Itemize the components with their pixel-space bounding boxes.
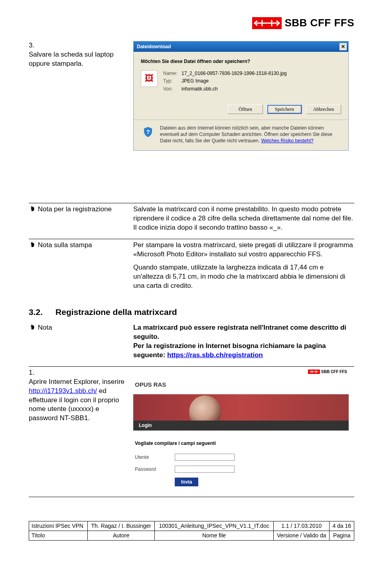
footer-filename-label: Nome file — [155, 531, 274, 540]
svg-text:?: ? — [146, 128, 150, 135]
nota-reg-text: Salvate la matrixcard con il nome presta… — [133, 205, 354, 232]
opus-title: OPUS RAS — [133, 375, 349, 394]
name-label: Name: — [163, 70, 179, 77]
nota-reg-label: Nota per la registrazione — [38, 205, 112, 213]
sbb-logo-text: SBB CFF FFS — [285, 16, 355, 30]
opus-ras-screenshot: SBB CFF FFS OPUS RAS Login Vogliate comp… — [133, 368, 349, 490]
footer-page-label: Pagina — [330, 531, 354, 540]
dialog-title-text: Dateidownload — [137, 43, 171, 50]
open-button[interactable]: Öffnen — [228, 104, 263, 114]
footer-version-label: Versione / Valido da — [273, 531, 330, 540]
note-icon — [29, 205, 36, 212]
utente-input[interactable] — [175, 454, 235, 461]
file-type-icon: 🖼 — [141, 70, 158, 87]
footer-title-value: Istruzioni IPSec VPN — [29, 521, 88, 531]
type-label: Typ: — [163, 78, 179, 84]
name-value: 17_2_0166-0957-7836-1829-1996-1518-8130.… — [182, 70, 287, 77]
intranet-link[interactable]: http://i17193v1.sbb.ch/ — [29, 387, 97, 395]
section-3-2-number: 3.2. — [29, 307, 43, 318]
sbb-mini-logo-text: SBB CFF FFS — [321, 369, 347, 375]
password-input[interactable] — [175, 466, 235, 473]
opus-form-note: Vogliate compilare i campi seguenti — [135, 440, 347, 446]
cancel-button[interactable]: Abbrechen — [306, 104, 341, 114]
step-3-number: 3. — [29, 41, 128, 50]
footer-author-value: Th. Ragaz / I. Bussinger — [88, 521, 155, 531]
note-icon — [29, 241, 36, 248]
from-value: informatik.sbb.ch — [182, 86, 218, 92]
opus-banner-image — [133, 394, 349, 421]
nota-32-line1: La matrixcard può essere registrata nell… — [133, 323, 354, 342]
step-1-pre: Aprire Internet Explorer, inserire — [29, 378, 124, 385]
footer-author-label: Autore — [88, 531, 155, 540]
footer-filename-value: 100301_Anleitung_IPSec_VPN_V1.1_IT.doc — [155, 521, 274, 531]
step-3-text: Salvare la scheda sul laptop oppure stam… — [29, 50, 128, 69]
step-1-number: 1. — [29, 368, 128, 378]
shield-icon: ? — [141, 125, 155, 139]
section-3-2-title: Registrazione della matrixcard — [55, 307, 177, 318]
note-icon — [29, 323, 36, 330]
opus-login-heading: Login — [133, 421, 349, 430]
dialog-close-button[interactable]: ✕ — [340, 43, 347, 50]
dialog-question: Möchten Sie diese Datei öffnen oder spei… — [141, 58, 341, 65]
nota-32-label: Nota — [38, 324, 52, 331]
footer-version-value: 1.1 / 17.03.2010 — [273, 521, 330, 531]
from-label: Von: — [163, 86, 179, 92]
footer-title-label: Titolo — [29, 531, 88, 540]
footer-page-value: 4 da 16 — [330, 521, 354, 531]
dialog-warning-link[interactable]: Welches Risiko besteht? — [261, 138, 313, 144]
invia-button[interactable]: Invia — [175, 478, 198, 486]
nota-stampa-p1: Per stampare la vostra matrixcard, siete… — [133, 241, 354, 259]
utente-label: Utente — [135, 454, 171, 460]
sbb-mini-logo: SBB CFF FFS — [308, 369, 347, 375]
ras-registration-link[interactable]: https://ras.sbb.ch/registration — [167, 351, 263, 359]
sbb-mini-cross-icon — [308, 370, 320, 374]
dialog-titlebar[interactable]: Dateidownload ✕ — [134, 41, 348, 52]
password-label: Password — [135, 466, 171, 472]
nota-stampa-label: Nota sulla stampa — [38, 241, 92, 249]
file-download-dialog: Dateidownload ✕ Möchten Sie diese Datei … — [133, 41, 349, 151]
header-logo-bar: SBB CFF FFS — [29, 16, 354, 30]
save-button[interactable]: Speichern — [267, 104, 302, 114]
sbb-cross-icon — [252, 17, 282, 29]
footer-table: Istruzioni IPSec VPN Th. Ragaz / I. Buss… — [29, 521, 354, 541]
sbb-logo: SBB CFF FFS — [252, 16, 355, 30]
type-value: JPEG Image — [182, 78, 209, 84]
nota-stampa-p2: Quando stampate, utilizzate la larghezza… — [133, 263, 354, 291]
